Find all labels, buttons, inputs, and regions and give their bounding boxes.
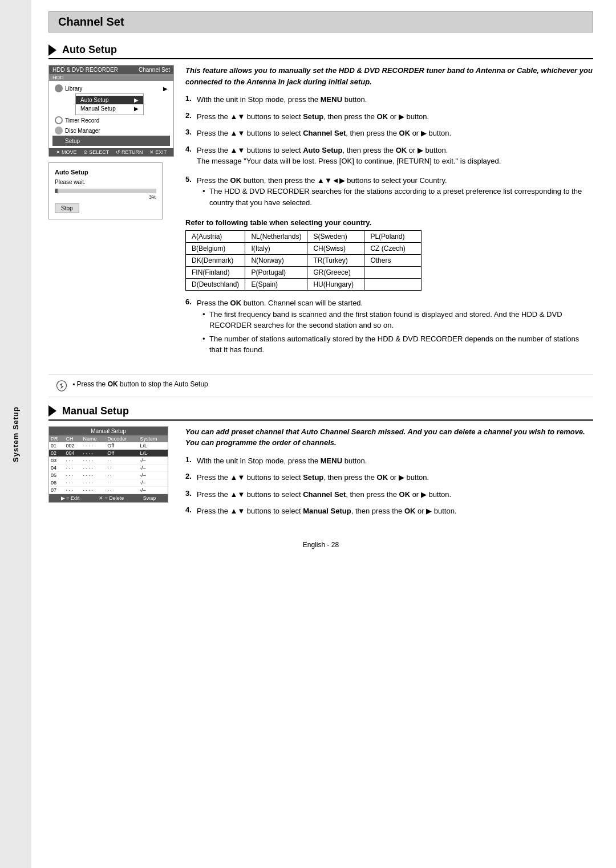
page-title: Channel Set xyxy=(58,15,124,28)
country-cell: D(Deutschland) xyxy=(186,279,245,291)
mockup-row-library: Library ▶ xyxy=(52,83,170,93)
progress-percent: 3% xyxy=(55,194,156,200)
cell: · · · xyxy=(64,464,81,471)
manual-step-3: 3. Press the ▲▼ buttons to select Channe… xyxy=(185,489,593,500)
step-6-bullet-1: The first frequency band is scanned and … xyxy=(202,309,593,331)
gear-icon xyxy=(55,137,63,145)
manual-step-2-bold1: Setup xyxy=(303,473,323,482)
section-arrow-auto xyxy=(48,44,56,56)
manual-row-1: 01 002 · · · · Off L/L· xyxy=(49,442,168,450)
cell: Off xyxy=(106,442,138,450)
auto-setup-intro: This feature allows you to manually set … xyxy=(185,65,593,87)
cell: Off xyxy=(106,449,138,457)
step-5-bold: OK xyxy=(230,176,242,185)
manual-setup-title: Manual Setup xyxy=(62,405,129,417)
cell: 05 xyxy=(49,471,64,479)
manual-row-4: 04 · · · · · · · · · ·/– xyxy=(49,464,168,471)
cell: · · · xyxy=(64,471,81,479)
country-table-body: A(Austria) NL(Netherlands) S(Sweden) PL(… xyxy=(186,231,422,291)
country-cell: P(Portugal) xyxy=(245,267,307,279)
cell: ·/– xyxy=(139,471,168,479)
cell: · · xyxy=(106,486,138,494)
country-row-2: B(Belgium) I(Italy) CH(Swiss) CZ (Czech) xyxy=(186,243,422,255)
manual-step-1-num: 1. xyxy=(185,455,194,467)
auto-setup-steps: 1. With the unit in Stop mode, press the… xyxy=(185,94,593,210)
country-cell: NL(Netherlands) xyxy=(245,231,307,243)
manual-setup-intro: You can add preset channel that Auto Cha… xyxy=(185,426,593,449)
auto-setup-mockup-title: Auto Setup xyxy=(55,169,156,176)
auto-setup-steps2: 6. Press the OK button. Channel scan wil… xyxy=(185,298,593,358)
cell: ·/– xyxy=(139,486,168,494)
manual-table-header-row: PR CH Name Decoder System xyxy=(49,435,168,442)
step-2-num: 2. xyxy=(185,111,194,123)
cell: · · xyxy=(106,457,138,464)
cell: 01 xyxy=(49,442,64,450)
step-6-bold: OK xyxy=(230,299,242,307)
country-cell: TR(Turkey) xyxy=(307,255,364,267)
auto-setup-section-header: Auto Setup xyxy=(48,44,593,59)
manual-step-4-bold2: OK xyxy=(404,507,416,515)
sidebar: System Setup xyxy=(0,0,31,868)
manual-setup-mockup-header: Manual Setup xyxy=(49,427,168,435)
cell: ·/– xyxy=(139,479,168,486)
stop-button[interactable]: Stop xyxy=(55,203,79,213)
auto-setup-mockup: Auto Setup Please wait. 3% Stop xyxy=(48,162,163,219)
bottom-return: ↺ RETURN xyxy=(116,149,143,155)
step-2-content: Press the ▲▼ buttons to select Setup, th… xyxy=(197,111,593,123)
mockup-row-timer: Timer Record xyxy=(52,115,170,125)
note-svg xyxy=(55,380,68,392)
step-2: 2. Press the ▲▼ buttons to select Setup,… xyxy=(185,111,593,123)
col-pr: PR xyxy=(49,435,64,442)
manual-step-2-num: 2. xyxy=(185,472,194,483)
submenu-auto-setup: Auto Setup ▶ xyxy=(76,96,143,104)
footer-swap: Swap xyxy=(143,495,156,501)
progress-bar xyxy=(55,189,156,193)
cell: · · xyxy=(106,464,138,471)
footer-text: English - 28 xyxy=(303,541,339,549)
cell: 07 xyxy=(49,486,64,494)
page-footer: English - 28 xyxy=(48,536,593,549)
step-4-num: 4. xyxy=(185,145,194,169)
country-table-label: Refer to following table when selecting … xyxy=(185,218,593,227)
step-4-extra: The message "Your data will be lost. Pre… xyxy=(197,156,593,167)
footer-delete: ✕ = Delete xyxy=(99,495,124,501)
cell: · · · xyxy=(64,457,81,464)
step-5-bullet-1: The HDD & DVD RECORDER searches for the … xyxy=(202,186,593,208)
cell: · · · xyxy=(64,479,81,486)
bottom-select: ⊙ SELECT xyxy=(83,149,110,155)
mockup-subheader: HDD xyxy=(49,74,173,81)
step-6-bullets: The first frequency band is scanned and … xyxy=(197,309,593,356)
cell: · · · · xyxy=(81,442,106,450)
cell: · · · · xyxy=(81,486,106,494)
cell: ·/– xyxy=(139,464,168,471)
country-cell: S(Sweden) xyxy=(307,231,364,243)
col-system: System xyxy=(139,435,168,442)
country-cell: CH(Swiss) xyxy=(307,243,364,255)
manual-row-7: 07 · · · · · · · · · ·/– xyxy=(49,486,168,494)
library-label: Library xyxy=(65,85,83,92)
mockup-row-setup: Setup xyxy=(52,136,170,146)
step-1-bold: MENU xyxy=(321,95,342,104)
cell: ·/– xyxy=(139,457,168,464)
page-title-bar: Channel Set xyxy=(48,11,593,32)
step-3-bold1: Channel Set xyxy=(303,129,346,137)
disc-icon xyxy=(55,127,63,135)
section-arrow-manual xyxy=(48,405,56,417)
step-1: 1. With the unit in Stop mode, press the… xyxy=(185,94,593,105)
country-cell: FIN(Finland) xyxy=(186,267,245,279)
cell: · · · · xyxy=(81,449,106,457)
step-3-content: Press the ▲▼ buttons to select Channel S… xyxy=(197,128,593,139)
note-text: ▪ Press the OK button to stop the Auto S… xyxy=(72,379,208,389)
manual-table-body: 01 002 · · · · Off L/L· 02 004 · · · · O… xyxy=(49,442,168,494)
auto-setup-mockup-text: Please wait. xyxy=(55,179,156,185)
ui-mockup-menu: HDD & DVD RECORDER Channel Set HDD Libra… xyxy=(48,65,174,157)
col-decoder: Decoder xyxy=(106,435,138,442)
country-row-3: DK(Denmark) N(Norway) TR(Turkey) Others xyxy=(186,255,422,267)
footer-edit: ▶ = Edit xyxy=(61,495,80,501)
cell: 02 xyxy=(49,449,64,457)
manual-step-4-num: 4. xyxy=(185,506,194,517)
step-1-num: 1. xyxy=(185,94,194,105)
cell: 004 xyxy=(64,449,81,457)
note-icon xyxy=(55,380,68,392)
col-name: Name xyxy=(81,435,106,442)
